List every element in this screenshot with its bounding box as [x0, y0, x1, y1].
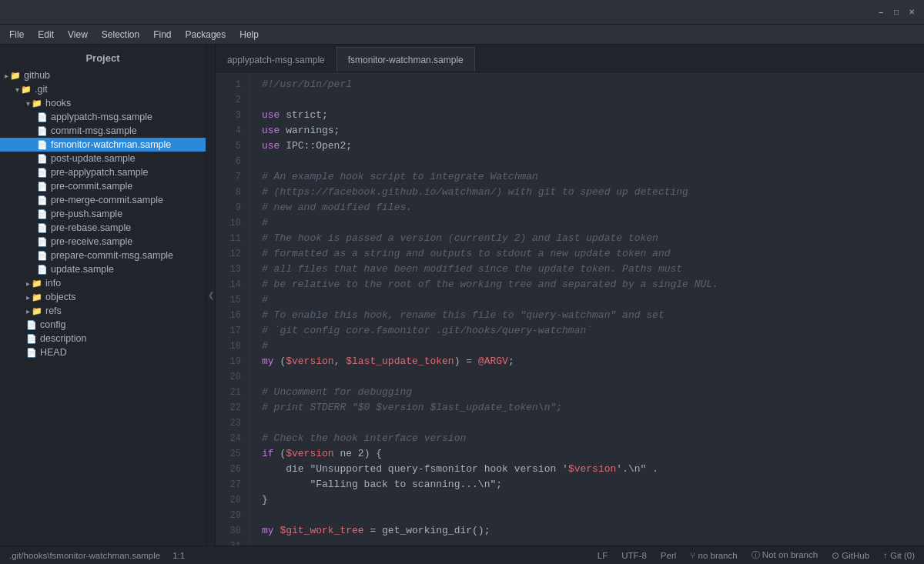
github-icon: ⊙ — [832, 551, 839, 560]
tree-item-config[interactable]: 📄 config — [0, 318, 206, 332]
file-icon: 📄 — [37, 140, 48, 150]
code-line-2 — [262, 92, 924, 108]
code-line-30: my $git_work_tree = get_working_dir(); — [262, 523, 924, 539]
minimize-button[interactable]: ‒ — [875, 6, 887, 18]
code-line-3: use strict; — [262, 108, 924, 123]
tree-item-pre-merge-commit.sample[interactable]: 📄 pre-merge-commit.sample — [0, 193, 206, 207]
code-line-27: "Falling back to scanning...\n"; — [262, 477, 924, 492]
tree-item-pre-rebase.sample[interactable]: 📄 pre-rebase.sample — [0, 221, 206, 235]
code-content[interactable]: #!/usr/bin/perl use strict;use warnings;… — [249, 72, 924, 546]
status-grammar[interactable]: Perl — [658, 551, 679, 560]
code-line-5: use IPC::Open2; — [262, 138, 924, 154]
tree-item-info[interactable]: ▸ 📁 info — [0, 276, 206, 290]
code-line-18: # — [262, 339, 924, 354]
status-cursor-position[interactable]: 1:1 — [169, 551, 188, 560]
line-number-11: 11 — [216, 231, 249, 246]
code-line-19: my ($version, $last_update_token) = @ARG… — [262, 354, 924, 369]
line-number-2: 2 — [216, 92, 249, 108]
tree-item-applypatch-msg.sample[interactable]: 📄 applypatch-msg.sample — [0, 110, 206, 124]
folder-icon: 📁 — [21, 85, 32, 95]
arrow-icon: ▸ — [26, 279, 30, 288]
code-line-25: if ($version ne 2) { — [262, 446, 924, 462]
tree-item-commit-msg.sample[interactable]: 📄 commit-msg.sample — [0, 124, 206, 138]
status-no-branch[interactable]: ⑂ no branch — [687, 551, 740, 560]
file-icon: 📄 — [37, 126, 48, 136]
git-icon: ↑ — [883, 551, 888, 560]
tree-item-refs[interactable]: ▸ 📁 refs — [0, 304, 206, 318]
line-number-1: 1 — [216, 77, 249, 92]
menu-edit[interactable]: Edit — [32, 28, 60, 42]
status-file-path[interactable]: .git/hooks\fsmonitor-watchman.sample — [6, 551, 163, 560]
tree-item-pre-commit.sample[interactable]: 📄 pre-commit.sample — [0, 179, 206, 193]
line-number-12: 12 — [216, 246, 249, 262]
tree-item-hooks[interactable]: ▾ 📁 hooks — [0, 96, 206, 110]
code-line-15: # — [262, 292, 924, 308]
code-line-6 — [262, 154, 924, 169]
file-icon: 📄 — [37, 154, 48, 164]
tree-item-objects[interactable]: ▸ 📁 objects — [0, 290, 206, 304]
sidebar: Project ▸ 📁 github▾ 📁 .git▾ 📁 hooks📄 app… — [0, 45, 206, 546]
tree-item-post-update.sample[interactable]: 📄 post-update.sample — [0, 152, 206, 165]
line-number-30: 30 — [216, 523, 249, 539]
line-number-13: 13 — [216, 262, 249, 277]
folder-icon: 📁 — [32, 292, 42, 302]
window-controls: ‒ □ ✕ — [875, 6, 918, 18]
menu-view[interactable]: View — [62, 28, 94, 42]
line-number-23: 23 — [216, 415, 249, 431]
tree-item-pre-push.sample[interactable]: 📄 pre-push.sample — [0, 207, 206, 221]
line-number-15: 15 — [216, 292, 249, 308]
code-line-9: # new and modified files. — [262, 200, 924, 215]
info-icon: ⓘ — [752, 550, 760, 559]
menu-find[interactable]: Find — [147, 28, 177, 42]
code-line-29 — [262, 508, 924, 523]
code-line-4: use warnings; — [262, 123, 924, 138]
code-editor: 1234567891011121314151617181920212223242… — [216, 72, 924, 546]
line-number-22: 22 — [216, 400, 249, 415]
line-number-7: 7 — [216, 169, 249, 185]
tree-item-pre-applypatch.sample[interactable]: 📄 pre-applypatch.sample — [0, 165, 206, 179]
menu-packages[interactable]: Packages — [179, 28, 233, 42]
code-line-26: die "Unsupported query-fsmonitor hook ve… — [262, 462, 924, 477]
code-line-13: # all files that have been modified sinc… — [262, 262, 924, 277]
file-icon: 📄 — [37, 195, 48, 205]
line-number-24: 24 — [216, 431, 249, 446]
menu-help[interactable]: Help — [233, 28, 265, 42]
tree-item-pre-receive.sample[interactable]: 📄 pre-receive.sample — [0, 235, 206, 249]
tree-item-github[interactable]: ▸ 📁 github — [0, 68, 206, 82]
title-bar: ‒ □ ✕ — [0, 0, 924, 25]
tab-tab1[interactable]: applypatch-msg.sample — [216, 47, 336, 72]
status-git[interactable]: ↑ Git (0) — [880, 551, 918, 560]
code-line-23 — [262, 415, 924, 431]
line-number-5: 5 — [216, 138, 249, 154]
line-number-18: 18 — [216, 339, 249, 354]
file-tree: ▸ 📁 github▾ 📁 .git▾ 📁 hooks📄 applypatch-… — [0, 68, 206, 546]
line-number-4: 4 — [216, 123, 249, 138]
tree-item-fsmonitor-watchman.sample[interactable]: 📄 fsmonitor-watchman.sample — [0, 138, 206, 152]
menu-file[interactable]: File — [3, 28, 30, 42]
line-number-31: 31 — [216, 539, 249, 546]
close-button[interactable]: ✕ — [906, 6, 918, 18]
line-number-16: 16 — [216, 308, 249, 323]
status-encoding[interactable]: UTF-8 — [618, 551, 650, 560]
maximize-button[interactable]: □ — [890, 6, 902, 18]
code-line-1: #!/usr/bin/perl — [262, 77, 924, 92]
code-line-17: # `git config core.fsmonitor .git/hooks/… — [262, 323, 924, 339]
line-number-3: 3 — [216, 108, 249, 123]
tree-item-description[interactable]: 📄 description — [0, 332, 206, 345]
arrow-icon: ▸ — [5, 72, 8, 80]
branch-icon: ⑂ — [690, 551, 695, 560]
tree-item-git[interactable]: ▾ 📁 .git — [0, 82, 206, 96]
status-not-on-branch[interactable]: ⓘ Not on branch — [748, 549, 821, 561]
tab-tab2[interactable]: fsmonitor-watchman.sample — [336, 47, 475, 72]
status-github[interactable]: ⊙ GitHub — [829, 550, 872, 561]
tree-item-HEAD[interactable]: 📄 HEAD — [0, 345, 206, 359]
menu-selection[interactable]: Selection — [95, 28, 146, 42]
main-layout: Project ▸ 📁 github▾ 📁 .git▾ 📁 hooks📄 app… — [0, 45, 924, 546]
tree-item-update.sample[interactable]: 📄 update.sample — [0, 262, 206, 276]
file-icon: 📄 — [37, 265, 48, 275]
sidebar-collapse-handle[interactable]: ❮ — [206, 45, 216, 546]
file-icon: 📄 — [26, 334, 37, 344]
status-line-ending[interactable]: LF — [594, 551, 611, 560]
tree-item-prepare-commit-msg.sample[interactable]: 📄 prepare-commit-msg.sample — [0, 249, 206, 262]
code-line-21: # Uncomment for debugging — [262, 385, 924, 400]
